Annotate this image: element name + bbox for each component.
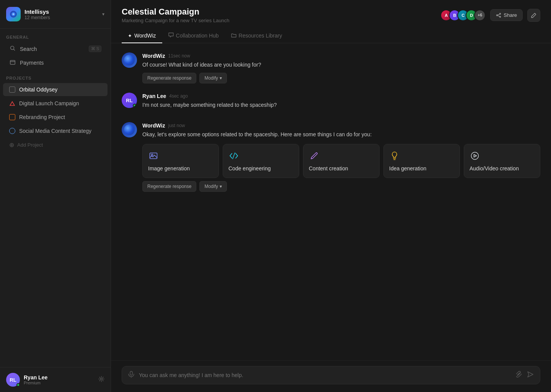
user-profile: RL Ryan Lee Premium <box>0 367 111 392</box>
sidebar-item-digital[interactable]: Digital Launch Campaign <box>3 97 108 110</box>
tab-bar: ✦ WordWiz Collaboration Hub Resources Li… <box>122 29 540 43</box>
msg-1-header: WordWiz 11sec now <box>142 52 540 59</box>
workspace-header[interactable]: Intellisys 12 members ▾ <box>0 0 111 29</box>
modify-button-1[interactable]: Modify ▾ <box>199 73 227 83</box>
option-content-creation[interactable]: Content creation <box>303 144 380 178</box>
wordwiz-avatar-2 <box>122 122 137 137</box>
tab-resources-label: Resources Library <box>239 33 282 39</box>
sidebar: Intellisys 12 members ▾ GENERAL Search ⌘… <box>0 0 111 392</box>
wordwiz-avatar-1 <box>122 52 137 68</box>
plus-icon: ⊕ <box>9 141 14 149</box>
modify-label-1: Modify <box>204 75 218 81</box>
attach-icon[interactable] <box>516 371 522 379</box>
modify-button-3[interactable]: Modify ▾ <box>199 181 227 192</box>
chevron-down-icon-modify-3: ▾ <box>220 184 222 189</box>
svg-point-2 <box>13 13 15 15</box>
user-name: Ryan Lee <box>24 374 95 381</box>
msg-3-text: Okay, let's explore some options related… <box>142 131 540 139</box>
header-top: Celestial Campaign Marketing Campaign fo… <box>122 7 540 23</box>
tab-collaboration-label: Collaboration Hub <box>176 33 219 39</box>
workspace-name: Intellisys <box>24 8 98 15</box>
digital-label: Digital Launch Campaign <box>19 100 101 106</box>
projects-section-label: PROJECTS <box>0 70 111 83</box>
msg-2-text: I'm not sure, maybe something related to… <box>142 101 540 109</box>
msg-2-time: 4sec ago <box>169 93 188 99</box>
svg-point-14 <box>152 154 153 156</box>
search-icon <box>9 46 16 52</box>
tab-resources[interactable]: Resources Library <box>225 29 289 43</box>
svg-point-9 <box>497 15 498 16</box>
msg-1-actions: Regenerate response Modify ▾ <box>142 73 540 83</box>
share-icon <box>496 13 501 18</box>
tab-collaboration[interactable]: Collaboration Hub <box>162 29 225 43</box>
ryan-avatar-msg: RL <box>122 93 137 108</box>
option-idea-generation[interactable]: Idea generation <box>383 144 460 178</box>
content-icon <box>309 150 320 161</box>
message-2: RL Ryan Lee 4sec ago I'm not sure, maybe… <box>122 93 540 113</box>
idea-icon <box>389 150 400 161</box>
page-subtitle: Marketing Campaign for a new TV series L… <box>122 18 230 23</box>
sidebar-item-search[interactable]: Search ⌘ S <box>3 42 108 56</box>
main-header: Celestial Campaign Marketing Campaign fo… <box>111 0 551 43</box>
chevron-down-icon-modify-1: ▾ <box>220 75 222 81</box>
chevron-down-icon: ▾ <box>102 11 104 17</box>
mic-icon[interactable] <box>128 371 134 379</box>
audio-video-label: Audio/Video creation <box>469 165 535 172</box>
svg-rect-5 <box>10 60 15 65</box>
user-info: Ryan Lee Premium <box>24 374 95 385</box>
workspace-avatar <box>6 7 21 21</box>
add-project-item[interactable]: ⊕ Add Project <box>3 138 108 152</box>
option-image-generation[interactable]: Image generation <box>142 144 219 178</box>
option-audio-video[interactable]: Audio/Video creation <box>464 144 540 178</box>
rebranding-label: Rebranding Project <box>19 114 101 120</box>
main-content: Celestial Campaign Marketing Campaign fo… <box>111 0 551 392</box>
regenerate-button-3[interactable]: Regenerate response <box>142 181 196 192</box>
svg-line-11 <box>498 14 500 15</box>
regenerate-button-1[interactable]: Regenerate response <box>142 73 196 83</box>
input-box <box>122 366 540 384</box>
chat-area: WordWiz 11sec now Of course! What kind o… <box>111 43 551 360</box>
ryan-online-dot <box>133 104 137 108</box>
svg-point-7 <box>101 378 103 380</box>
msg-1-time: 11sec now <box>168 53 190 59</box>
msg-1-text: Of course! What kind of ideas are you lo… <box>142 61 540 69</box>
tab-wordwiz[interactable]: ✦ WordWiz <box>122 29 162 43</box>
msg-3-sender: WordWiz <box>142 122 165 129</box>
settings-icon[interactable] <box>98 376 104 384</box>
svg-line-15 <box>233 153 235 159</box>
share-label: Share <box>504 12 517 18</box>
avatar-overflow: +6 <box>474 10 486 21</box>
user-badge: Premium <box>24 381 95 385</box>
sidebar-item-orbital[interactable]: Orbital Oddysey <box>3 83 108 96</box>
code-eng-icon <box>228 150 239 161</box>
sidebar-item-social[interactable]: Social Media Content Strategy <box>3 124 108 137</box>
svg-point-18 <box>471 152 479 160</box>
edit-button[interactable] <box>527 9 540 22</box>
msg-3-header: WordWiz just now <box>142 122 540 129</box>
social-project-icon <box>9 128 15 134</box>
audio-video-icon <box>469 150 480 161</box>
avatar-stack: A B C D +6 <box>440 10 486 21</box>
sidebar-item-rebranding[interactable]: Rebranding Project <box>3 111 108 124</box>
option-code-engineering[interactable]: Code engineering <box>223 144 299 178</box>
share-button[interactable]: Share <box>490 9 523 21</box>
digital-project-icon <box>9 100 15 106</box>
chat-tab-icon <box>168 33 174 39</box>
user-avatar: RL <box>6 373 20 387</box>
add-project-label: Add Project <box>17 142 43 148</box>
sidebar-item-payments[interactable]: Payments <box>3 56 108 69</box>
msg-3-content: WordWiz just now Okay, let's explore som… <box>142 122 540 192</box>
svg-point-8 <box>500 13 501 14</box>
page-title: Celestial Campaign <box>122 7 230 17</box>
svg-rect-19 <box>130 371 132 375</box>
payments-label: Payments <box>20 60 101 66</box>
svg-point-10 <box>500 16 501 17</box>
search-shortcut: ⌘ S <box>89 46 101 52</box>
msg-2-header: Ryan Lee 4sec ago <box>142 93 540 99</box>
send-icon[interactable] <box>527 371 534 379</box>
chat-input[interactable] <box>139 372 512 378</box>
workspace-members: 12 members <box>24 15 98 20</box>
tab-wordwiz-label: WordWiz <box>134 33 156 39</box>
image-gen-icon <box>148 150 159 161</box>
modify-label-3: Modify <box>204 184 218 189</box>
